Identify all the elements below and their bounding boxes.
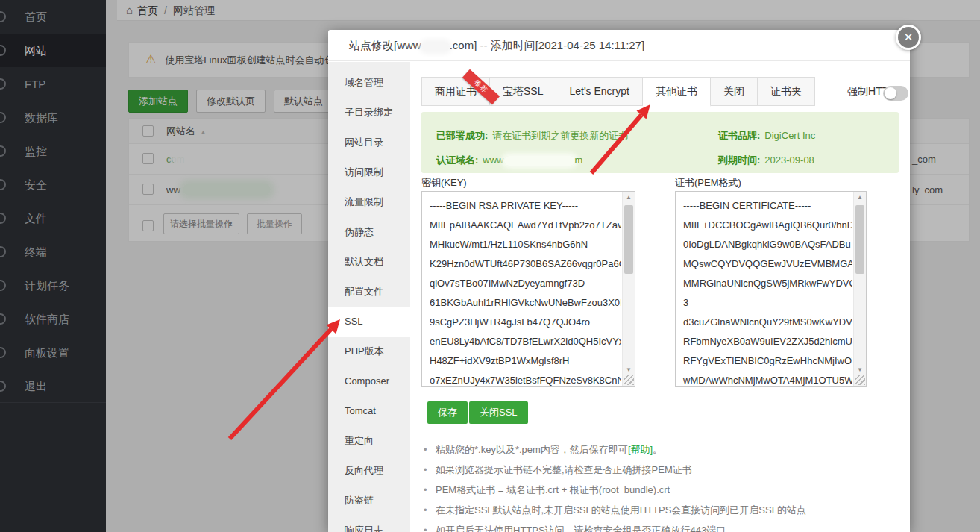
- resize-grip[interactable]: [624, 375, 634, 385]
- cert-expire-value: 2023-09-08: [764, 154, 814, 166]
- toggle-knob: [885, 87, 896, 99]
- key-textarea-label: 密钥(KEY): [421, 176, 467, 190]
- deploy-status-label: 已部署成功:: [436, 130, 488, 141]
- menu-item-domain[interactable]: 域名管理: [328, 68, 410, 98]
- cert-domain-prefix: www: [483, 154, 503, 166]
- censor-smudge: [422, 42, 449, 51]
- scroll-up-icon[interactable]: ▲: [623, 192, 635, 203]
- resize-grip[interactable]: [855, 375, 865, 385]
- cert-status-box: 已部署成功:请在证书到期之前更换新的证书 认证域名:wwwm 证书品牌:Digi…: [421, 112, 899, 173]
- menu-item-subdir[interactable]: 子目录绑定: [328, 98, 410, 128]
- pem-textarea[interactable]: -----BEGIN CERTIFICATE----- MIIF+DCCBOCg…: [675, 191, 867, 387]
- menu-item-redirect[interactable]: 重定向: [328, 426, 410, 456]
- censor-smudge: [504, 156, 575, 166]
- app-root: 首页 网站 FTP 数据库 监控 安全 文件 终端 计划任务 软件商店 面板设置…: [0, 0, 980, 532]
- scrollbar-thumb[interactable]: [855, 205, 864, 274]
- deploy-status-text: 请在证书到期之前更换新的证书: [492, 130, 628, 141]
- menu-item-ssl[interactable]: SSL: [328, 307, 410, 337]
- tab-bt-ssl[interactable]: 宝塔SSL: [490, 78, 556, 105]
- cert-brand-value: DigiCert Inc: [764, 130, 815, 141]
- modal-title: 站点修改[www.com] -- 添加时间[2021-04-25 14:11:2…: [349, 39, 644, 51]
- note-item: 如果浏览器提示证书链不完整,请检查是否正确拼接PEM证书: [424, 460, 886, 480]
- key-textarea[interactable]: -----BEGIN RSA PRIVATE KEY----- MIIEpAIB…: [421, 191, 635, 387]
- menu-item-reverse-proxy[interactable]: 反向代理: [328, 456, 410, 486]
- note-item: 如开启后无法使用HTTPS访问，请检查安全组是否正确放行443端口: [424, 520, 886, 532]
- note-item: 粘贴您的*.key以及*.pem内容，然后保存即可[帮助]。: [424, 439, 886, 460]
- menu-item-default-doc[interactable]: 默认文档: [328, 247, 410, 277]
- force-https-toggle[interactable]: [883, 86, 908, 101]
- cert-status-right: 证书品牌:DigiCert Inc 到期时间:2023-09-08: [718, 123, 815, 172]
- cert-expire-label: 到期时间:: [718, 154, 760, 166]
- key-scrollbar[interactable]: ▲ ▼: [622, 192, 635, 386]
- key-content[interactable]: -----BEGIN RSA PRIVATE KEY----- MIIEpAIB…: [422, 192, 621, 386]
- tab-other-cert[interactable]: 其他证书: [643, 78, 711, 107]
- ssl-notes-list: 粘贴您的*.key以及*.pem内容，然后保存即可[帮助]。 如果浏览器提示证书…: [424, 439, 886, 532]
- help-link[interactable]: [帮助]: [628, 444, 653, 455]
- menu-item-config[interactable]: 配置文件: [328, 277, 410, 307]
- menu-item-traffic-limit[interactable]: 流量限制: [328, 187, 410, 217]
- cert-brand-label: 证书品牌:: [718, 130, 760, 141]
- pem-scrollbar[interactable]: ▲ ▼: [853, 192, 866, 386]
- menu-item-php-version[interactable]: PHP版本: [328, 337, 410, 366]
- menu-item-response-log[interactable]: 响应日志: [328, 516, 410, 532]
- note-item: PEM格式证书 = 域名证书.crt + 根证书(root_bundle).cr…: [424, 480, 886, 500]
- modal-side-menu: 域名管理 子目录绑定 网站目录 访问限制 流量限制 伪静态 默认文档 配置文件 …: [328, 62, 410, 532]
- pem-content[interactable]: -----BEGIN CERTIFICATE----- MIIF+DCCBOCg…: [676, 192, 852, 386]
- scroll-down-icon[interactable]: ▼: [854, 364, 866, 375]
- close-icon[interactable]: ✕: [896, 25, 921, 50]
- site-modify-modal: 站点修改[www.com] -- 添加时间[2021-04-25 14:11:2…: [328, 30, 910, 532]
- note-item: 在未指定SSL默认站点时,未开启SSL的站点使用HTTPS会直接访问到已开启SS…: [424, 500, 886, 520]
- tab-close[interactable]: 关闭: [711, 78, 758, 105]
- menu-item-hotlink[interactable]: 防盗链: [328, 486, 410, 516]
- cert-domain-suffix: m: [575, 154, 583, 166]
- menu-item-access-limit[interactable]: 访问限制: [328, 157, 410, 187]
- pem-textarea-label: 证书(PEM格式): [675, 176, 741, 190]
- close-ssl-button[interactable]: 关闭SSL: [469, 401, 528, 424]
- menu-item-composer[interactable]: Composer: [328, 366, 410, 396]
- scroll-up-icon[interactable]: ▲: [854, 192, 866, 203]
- menu-item-tomcat[interactable]: Tomcat: [328, 396, 410, 426]
- save-button[interactable]: 保存: [427, 401, 468, 424]
- cert-status-left: 已部署成功:请在证书到期之前更换新的证书 认证域名:wwwm: [436, 123, 628, 172]
- scrollbar-thumb[interactable]: [624, 205, 633, 274]
- tab-lets-encrypt[interactable]: Let's Encrypt: [556, 78, 643, 105]
- cert-domain-label: 认证域名:: [436, 154, 478, 166]
- menu-item-site-dir[interactable]: 网站目录: [328, 128, 410, 157]
- menu-item-rewrite[interactable]: 伪静态: [328, 217, 410, 247]
- scroll-down-icon[interactable]: ▼: [623, 364, 635, 375]
- modal-title-bar: 站点修改[www.com] -- 添加时间[2021-04-25 14:11:2…: [328, 30, 910, 61]
